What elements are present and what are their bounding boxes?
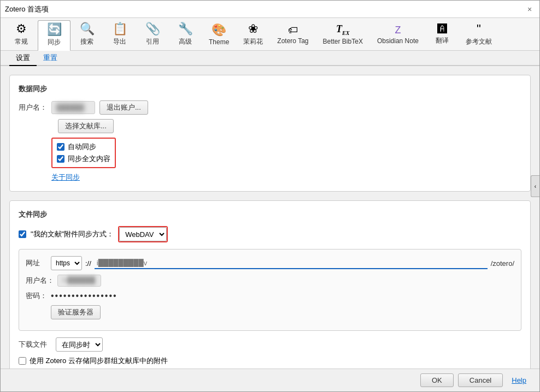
data-sync-title: 数据同步 [19, 84, 521, 94]
webdav-settings-box: 网址 https http :// /zotero/ 用户名： lo███ [19, 249, 521, 331]
webdav-separator: :// [85, 259, 91, 268]
toolbar-item-betterbibtex[interactable]: TEX Better BibTeX [316, 20, 370, 50]
toolbar-item-jasmine[interactable]: ❀ 茉莉花 [236, 20, 270, 50]
toolbar-label-search: 搜索 [80, 37, 93, 46]
webdav-password-row: 密码： •••••••••••••••• [26, 291, 514, 301]
toolbar-label-export: 导出 [113, 37, 126, 46]
method-select-box: WebDAV Zotero [118, 226, 168, 242]
theme-icon: 🎨 [212, 24, 226, 36]
attachment-sync-label: "我的文献"附件同步方式： [31, 229, 114, 239]
select-library-button[interactable]: 选择文献库... [58, 119, 114, 133]
webdav-url-row: 网址 https http :// /zotero/ [26, 256, 514, 270]
translate-icon: 🅰 [437, 24, 447, 34]
search-icon: 🔍 [80, 23, 95, 35]
download-files-row: 下载文件 在同步时 手动下载 [19, 337, 521, 352]
download-files-label: 下载文件 [19, 340, 51, 349]
jasmine-icon: ❀ [248, 23, 258, 35]
main-content: 数据同步 用户名： ██████ 退出账户... 选择文献库... [1, 66, 539, 369]
toolbar-item-sync[interactable]: 🔄 同步 [38, 20, 71, 51]
toolbar-label-jasmine: 茉莉花 [243, 37, 263, 46]
webdav-url-label: 网址 [26, 258, 48, 268]
general-icon: ⚙ [16, 23, 27, 35]
toolbar-item-cite[interactable]: 📎 引用 [136, 20, 169, 50]
zoterotag-icon: 🏷 [288, 25, 298, 35]
toolbar-item-general[interactable]: ⚙ 常规 [5, 20, 38, 50]
tab-reset[interactable]: 重置 [37, 51, 64, 66]
betterbibtex-icon: TEX [336, 24, 349, 36]
sync-info-link[interactable]: 关于同步 [51, 173, 80, 181]
toolbar-item-translate[interactable]: 🅰 翻译 [426, 20, 459, 50]
file-sync-title: 文件同步 [19, 210, 521, 219]
username-label: 用户名： [19, 103, 47, 112]
toolbar-label-advanced: 高级 [179, 37, 192, 46]
group-sync-checkbox[interactable] [19, 357, 26, 365]
obsidiannote-icon: Z [395, 25, 401, 35]
sync-options-highlighted: 自动同步 同步全文内容 [51, 138, 116, 168]
toolbar-item-advanced[interactable]: 🔧 高级 [169, 20, 202, 50]
webdav-protocol-select[interactable]: https http [51, 256, 82, 270]
tab-settings[interactable]: 设置 [9, 51, 37, 66]
toolbar-label-theme: Theme [209, 38, 229, 46]
toolbar-label-obsidiannote: Obsidian Note [377, 37, 419, 45]
title-bar: Zotero 首选项 × [1, 1, 539, 18]
tab-bar: 设置 重置 [1, 51, 539, 66]
ok-button[interactable]: OK [420, 373, 454, 387]
username-value: ██████ [51, 101, 95, 114]
data-sync-section: 数据同步 用户名： ██████ 退出账户... 选择文献库... [9, 75, 531, 192]
webdav-verify-row: 验证服务器 [26, 305, 514, 319]
webdav-url-suffix: /zotero/ [491, 259, 514, 268]
full-sync-checkbox[interactable] [57, 155, 64, 163]
toolbar-label-references: 参考文献 [466, 37, 492, 46]
download-option-select[interactable]: 在同步时 手动下载 [56, 337, 103, 352]
auto-sync-label: 自动同步 [68, 142, 96, 152]
webdav-username-row: 用户名： lo██████ [26, 275, 514, 287]
webdav-password-dots: •••••••••••••••• [51, 291, 118, 301]
toolbar-label-translate: 翻译 [436, 36, 449, 45]
username-row: 用户名： ██████ 退出账户... [19, 100, 521, 115]
method-select[interactable]: WebDAV Zotero [119, 227, 167, 241]
export-icon: 📋 [113, 23, 127, 35]
group-sync-row: 使用 Zotero 云存储同步群组文献库中的附件 [19, 356, 521, 366]
webdav-username-label: 用户名： [26, 276, 54, 286]
group-sync-label: 使用 Zotero 云存储同步群组文献库中的附件 [30, 356, 168, 366]
toolbar-item-search[interactable]: 🔍 搜索 [71, 20, 103, 50]
footer: OK Cancel Help [1, 369, 539, 391]
sync-icon: 🔄 [47, 23, 62, 35]
cite-icon: 📎 [145, 23, 160, 35]
references-icon: " [477, 23, 481, 35]
toolbar-item-export[interactable]: 📋 导出 [103, 20, 136, 50]
toolbar-item-references[interactable]: " 参考文献 [459, 20, 499, 50]
full-sync-row: 同步全文内容 [57, 154, 110, 164]
auto-sync-row: 自动同步 [57, 142, 110, 152]
attachment-sync-checkbox[interactable] [19, 230, 26, 238]
main-area: 数据同步 用户名： ██████ 退出账户... 选择文献库... [1, 66, 539, 369]
cancel-button[interactable]: Cancel [458, 373, 503, 387]
full-sync-label: 同步全文内容 [68, 154, 110, 164]
toolbar-label-zoterotag: Zotero Tag [277, 37, 308, 45]
toolbar-label-general: 常规 [15, 37, 28, 46]
logout-button[interactable]: 退出账户... [99, 100, 148, 115]
dialog-title: Zotero 首选项 [5, 4, 49, 14]
advanced-icon: 🔧 [178, 23, 193, 35]
verify-server-button[interactable]: 验证服务器 [51, 305, 101, 319]
auto-sync-checkbox[interactable] [57, 143, 64, 151]
attachment-sync-row: "我的文献"附件同步方式： WebDAV Zotero [19, 226, 521, 242]
webdav-password-label: 密码： [26, 291, 48, 301]
toolbar-item-zoterotag[interactable]: 🏷 Zotero Tag [270, 20, 315, 50]
webdav-username-value: lo██████ [57, 275, 101, 287]
toolbar-label-betterbibtex: Better BibTeX [323, 38, 363, 45]
library-button-row: 选择文献库... [19, 119, 521, 133]
help-link[interactable]: Help [507, 374, 531, 387]
close-button[interactable]: × [524, 4, 535, 15]
webdav-url-input[interactable] [95, 258, 488, 269]
toolbar-label-sync: 同步 [48, 38, 61, 47]
side-expand-button[interactable]: ‹ [531, 175, 539, 197]
toolbar-label-cite: 引用 [146, 37, 159, 46]
toolbar-item-theme[interactable]: 🎨 Theme [202, 20, 236, 50]
toolbar: ⚙ 常规 🔄 同步 🔍 搜索 📋 导出 📎 引用 🔧 高级 🎨 [1, 18, 539, 51]
toolbar-item-obsidiannote[interactable]: Z Obsidian Note [370, 20, 426, 50]
file-sync-section: 文件同步 "我的文献"附件同步方式： WebDAV Zotero [9, 200, 531, 369]
